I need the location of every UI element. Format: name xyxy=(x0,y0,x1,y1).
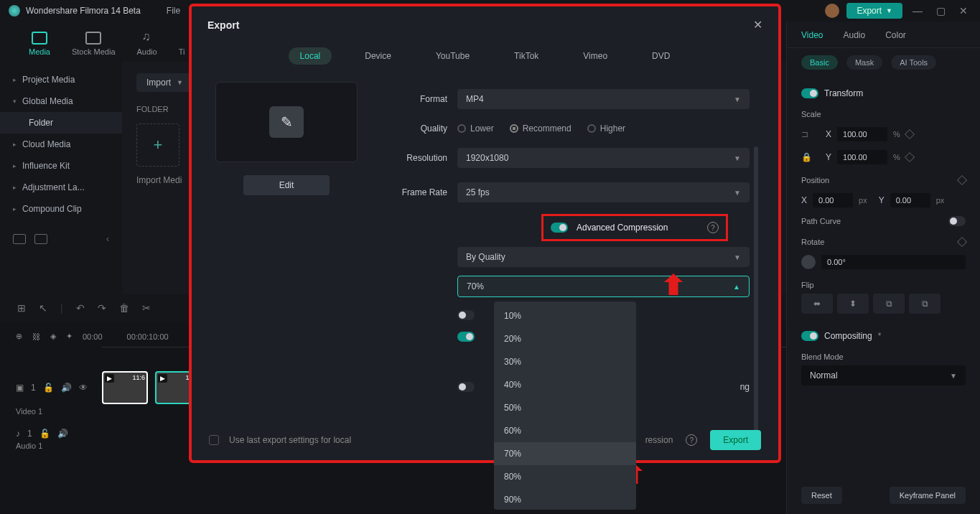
format-dropdown[interactable]: MP4▼ xyxy=(457,89,750,109)
resolution-label: Resolution xyxy=(383,153,447,163)
advanced-compression-highlight: Advanced Compression ? xyxy=(541,214,728,241)
pencil-icon: ✎ xyxy=(269,106,304,138)
modal-title: Export xyxy=(207,19,239,31)
export-modal: Export ✕ Local Device YouTube TikTok Vim… xyxy=(189,4,781,463)
edit-preview-button[interactable]: Edit xyxy=(243,175,330,195)
quality-higher-radio[interactable]: Higher xyxy=(587,123,625,134)
close-modal-button[interactable]: ✕ xyxy=(753,18,762,32)
option-toggle-1[interactable] xyxy=(457,310,475,320)
use-last-settings-checkbox[interactable] xyxy=(209,435,219,445)
pct-option-40[interactable]: 40% xyxy=(494,373,636,396)
adv-compression-toggle[interactable] xyxy=(551,223,568,233)
format-label: Format xyxy=(383,94,447,104)
export-tab-tiktok[interactable]: TikTok xyxy=(503,47,550,65)
chevron-down-icon: ▼ xyxy=(734,95,741,103)
help-icon[interactable]: ? xyxy=(686,434,697,446)
help-icon[interactable]: ? xyxy=(707,222,719,233)
adv-compression-label: Advanced Compression xyxy=(577,223,668,233)
option-toggle-3[interactable] xyxy=(457,382,475,392)
scrollbar[interactable] xyxy=(754,146,758,448)
use-last-settings-label: Use last export settings for local xyxy=(229,435,351,445)
pct-option-70[interactable]: 70% xyxy=(494,442,636,465)
export-button[interactable]: Export xyxy=(710,430,761,450)
export-tabs: Local Device YouTube TikTok Vimeo DVD xyxy=(192,37,778,78)
pct-option-30[interactable]: 30% xyxy=(494,350,636,373)
chevron-down-icon: ▼ xyxy=(734,189,741,197)
framerate-label: Frame Rate xyxy=(383,187,447,197)
quality-percent-list: 10% 20% 30% 40% 50% 60% 70% 80% 90% xyxy=(494,302,636,510)
compression-label: ression xyxy=(645,435,673,445)
pct-option-60[interactable]: 60% xyxy=(494,419,636,442)
pct-option-10[interactable]: 10% xyxy=(494,304,636,327)
pct-option-20[interactable]: 20% xyxy=(494,327,636,350)
modal-footer: Use last export settings for local Durat… xyxy=(192,430,778,450)
resolution-dropdown[interactable]: 1920x1080▼ xyxy=(457,148,750,168)
option-toggle-2[interactable] xyxy=(457,332,475,342)
pct-option-50[interactable]: 50% xyxy=(494,396,636,419)
quality-lower-radio[interactable]: Lower xyxy=(457,123,494,134)
quality-label: Quality xyxy=(383,123,447,134)
quality-percent-dropdown[interactable]: 70%▲ xyxy=(457,276,750,297)
export-tab-dvd[interactable]: DVD xyxy=(640,47,681,65)
export-preview: ✎ xyxy=(215,82,358,162)
quality-recommend-radio[interactable]: Recommend xyxy=(510,123,571,134)
export-tab-youtube[interactable]: YouTube xyxy=(424,47,481,65)
chevron-down-icon: ▼ xyxy=(734,253,741,261)
export-tab-device[interactable]: Device xyxy=(353,47,403,65)
chevron-down-icon: ▼ xyxy=(734,154,741,162)
export-tab-local[interactable]: Local xyxy=(289,47,332,65)
framerate-dropdown[interactable]: 25 fps▼ xyxy=(457,182,750,202)
export-tab-vimeo[interactable]: Vimeo xyxy=(571,47,619,65)
modal-backdrop: Export ✕ Local Device YouTube TikTok Vim… xyxy=(0,0,980,514)
pct-option-90[interactable]: 90% xyxy=(494,488,636,511)
by-quality-dropdown[interactable]: By Quality▼ xyxy=(457,247,750,267)
pct-option-80[interactable]: 80% xyxy=(494,465,636,488)
chevron-up-icon: ▲ xyxy=(733,283,740,291)
